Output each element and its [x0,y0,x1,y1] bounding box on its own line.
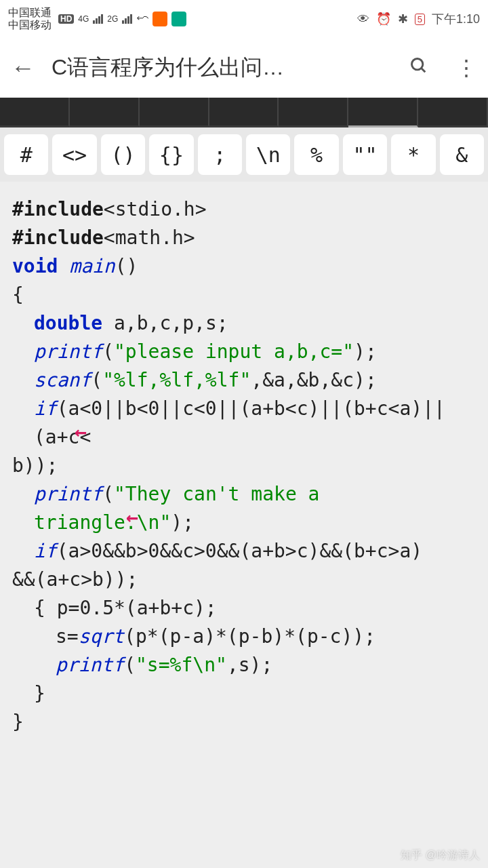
battery-indicator: 5 [415,14,425,25]
tab-6[interactable] [348,98,418,127]
symbol-hash[interactable]: # [4,134,48,175]
svg-point-0 [412,58,423,69]
eye-icon: 👁 [357,12,369,26]
search-icon[interactable] [409,56,428,81]
wifi-icon: ⬿ [136,12,148,26]
code-editor[interactable]: #include<stdio.h> #include<math.h> void … [0,182,488,868]
hd-badge: HD [58,14,74,24]
svg-line-1 [422,68,426,72]
tab-5[interactable] [279,98,348,127]
signal-icon [93,14,103,24]
app-icon-orange [152,12,167,26]
annotation-arrow-1: ← [75,416,87,447]
network-2g: 2G [107,14,118,24]
tab-2[interactable] [70,98,140,127]
tab-7[interactable] [418,98,488,127]
status-bar: 中国联通 中国移动 HD 4G 2G ⬿ 👁 ⏰ ✱ 5 下午1:10 [0,0,488,38]
carrier-2: 中国移动 [8,19,52,31]
clock-time: 下午1:10 [432,11,480,27]
tab-1[interactable] [0,98,70,127]
symbol-semicolon[interactable]: ; [198,134,242,175]
app-header: ← C语言程序为什么出问… ⋮ [0,38,488,98]
symbol-parens[interactable]: () [101,134,145,175]
carrier-1: 中国联通 [8,7,52,19]
symbol-quotes[interactable]: "" [343,134,387,175]
symbol-angle-brackets[interactable]: <> [52,134,96,175]
symbol-percent[interactable]: % [294,134,338,175]
app-icon-green [171,12,186,26]
symbol-star[interactable]: * [391,134,435,175]
symbol-toolbar: # <> () {} ; \n % "" * & [0,127,488,182]
annotation-arrow-2: ← [126,502,138,532]
back-button[interactable]: ← [11,54,35,82]
symbol-newline[interactable]: \n [246,134,290,175]
alarm-icon: ⏰ [376,12,391,26]
more-menu-icon[interactable]: ⋮ [455,55,477,81]
signal-icon-2 [122,14,132,24]
page-title: C语言程序为什么出问… [52,53,393,83]
symbol-amp[interactable]: & [440,134,484,175]
bluetooth-icon: ✱ [398,12,408,26]
network-4g: 4G [78,14,89,24]
tab-3[interactable] [140,98,209,127]
symbol-braces[interactable]: {} [149,134,193,175]
tab-4[interactable] [209,98,279,127]
watermark: 知乎 @吟游诗人 [401,848,480,863]
editor-tabs [0,98,488,127]
